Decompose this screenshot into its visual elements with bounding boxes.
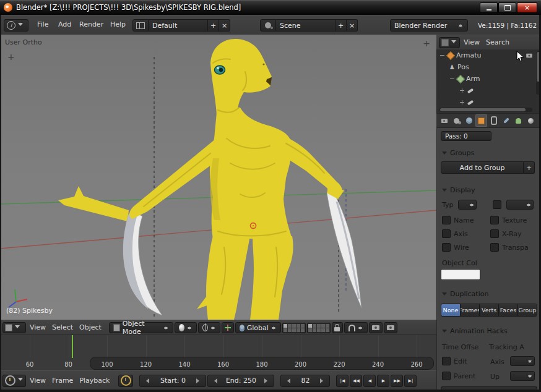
layer-cell[interactable]: [317, 324, 321, 328]
layer-cell[interactable]: [296, 324, 300, 328]
scene-add-button[interactable]: +: [335, 19, 347, 32]
duplication-verts-button[interactable]: Verts: [479, 304, 498, 316]
menu-object[interactable]: Object: [77, 322, 104, 334]
tab-scene[interactable]: [451, 114, 462, 127]
checkbox-row-parent[interactable]: Parent: [442, 372, 475, 380]
name-checkbox[interactable]: [442, 216, 451, 224]
outliner-item-armature-data[interactable]: Arm: [437, 73, 541, 85]
orientation-dropdown[interactable]: Global: [235, 322, 281, 333]
tab-modifiers[interactable]: [500, 114, 512, 127]
menu-view[interactable]: View: [27, 322, 48, 334]
duplication-none-button[interactable]: None: [441, 304, 460, 316]
layer-cell[interactable]: [317, 328, 321, 332]
render-opengl-button[interactable]: [369, 322, 383, 333]
scene-delete-button[interactable]: ×: [347, 19, 358, 32]
frame-start-field[interactable]: Start: 0: [139, 375, 206, 387]
parent-checkbox[interactable]: [442, 372, 451, 380]
tab-material[interactable]: [525, 114, 537, 127]
layer-cell[interactable]: [292, 324, 296, 328]
layer-cell[interactable]: [301, 328, 305, 332]
tab-object-data[interactable]: [513, 114, 524, 127]
outliner-item-bone[interactable]: [437, 96, 541, 108]
checkbox-row-edit[interactable]: Edit: [442, 357, 467, 365]
layer-cell[interactable]: [301, 324, 305, 328]
manipulator-toggle-button[interactable]: [222, 322, 234, 333]
add-to-group-button[interactable]: Add to Group: [441, 161, 524, 174]
layer-cell[interactable]: [321, 324, 325, 328]
menu-select[interactable]: Select: [50, 322, 76, 334]
bounds-checkbox[interactable]: [493, 200, 501, 209]
region-toggle-left[interactable]: +: [7, 52, 15, 62]
duplication-faces-button[interactable]: Faces: [498, 304, 517, 316]
xray-checkbox[interactable]: [490, 229, 499, 238]
frame-end-field[interactable]: End: 250: [207, 375, 274, 387]
viewport-shading-dropdown[interactable]: [175, 322, 197, 333]
menu-help[interactable]: Help: [108, 19, 128, 31]
layer-cell[interactable]: [288, 328, 292, 332]
jump-to-end-button[interactable]: ▶|: [404, 375, 417, 387]
editor-type-info-button[interactable]: i: [4, 19, 28, 32]
render-engine-dropdown[interactable]: Blender Render: [390, 19, 468, 32]
layer-cell[interactable]: [321, 328, 325, 332]
menu-add[interactable]: Add: [56, 19, 74, 31]
layer-cell[interactable]: [313, 328, 316, 332]
texture-checkbox[interactable]: [490, 216, 499, 224]
screen-layout-field[interactable]: Default: [149, 19, 208, 32]
panel-header-groups[interactable]: Groups: [442, 149, 474, 157]
max-draw-type-dropdown[interactable]: [506, 200, 534, 210]
edit-checkbox[interactable]: [442, 357, 451, 365]
editor-type-timeline-button[interactable]: [2, 375, 26, 387]
minimize-button[interactable]: [480, 2, 498, 13]
tab-constraints[interactable]: [488, 114, 500, 127]
layer-cell[interactable]: [296, 328, 300, 332]
layer-cell[interactable]: [308, 324, 312, 328]
layer-cell[interactable]: [283, 328, 287, 332]
screen-layout-delete-button[interactable]: ×: [219, 19, 230, 32]
transparency-checkbox[interactable]: [490, 243, 499, 252]
character-spikesby[interactable]: [58, 39, 361, 320]
scene-browse-button[interactable]: [260, 19, 276, 32]
play-button[interactable]: ▶: [377, 375, 389, 387]
outliner-item-armature[interactable]: Armatu: [437, 49, 541, 61]
outliner-horizontal-scrollbar[interactable]: [439, 108, 532, 112]
draw-type-dropdown[interactable]: [458, 200, 477, 210]
layer-cell[interactable]: [326, 328, 329, 332]
layers-grid[interactable]: [282, 323, 306, 333]
outliner-tree[interactable]: Armatu ♟ Pos Arm: [436, 49, 541, 113]
layer-cell[interactable]: [308, 328, 312, 332]
checkbox-row-transparency[interactable]: Transpa: [490, 243, 529, 252]
prev-frame-button[interactable]: ◀: [363, 375, 376, 387]
axis-dropdown[interactable]: [510, 356, 535, 366]
panel-header-duplication[interactable]: Duplication: [442, 290, 488, 298]
region-toggle-right[interactable]: +: [423, 38, 430, 48]
checkbox-row-axis[interactable]: Axis: [442, 229, 468, 238]
layer-cell[interactable]: [288, 324, 292, 328]
menu-playback[interactable]: Playback: [77, 375, 112, 387]
layer-cell[interactable]: [313, 324, 316, 328]
duplication-frames-button[interactable]: Frames: [460, 304, 479, 316]
editor-type-3dview-button[interactable]: [2, 322, 26, 333]
layers-grid-2[interactable]: [307, 323, 331, 333]
outliner-item-bone[interactable]: [437, 85, 541, 96]
outliner-item-pose[interactable]: ♟ Pos: [437, 61, 541, 73]
wire-checkbox[interactable]: [442, 243, 451, 252]
screen-layout-add-button[interactable]: +: [208, 19, 219, 32]
pass-index-field[interactable]: Pass: 0: [441, 131, 491, 141]
checkbox-row-name[interactable]: Name: [442, 216, 474, 224]
current-frame-field[interactable]: 82: [280, 375, 330, 387]
tab-world[interactable]: [463, 114, 475, 127]
menu-outliner-view[interactable]: View: [461, 36, 482, 49]
axis-checkbox[interactable]: [442, 229, 451, 238]
menu-render[interactable]: Render: [77, 19, 106, 31]
restrict-render-icon[interactable]: [526, 53, 532, 57]
maximize-button[interactable]: [498, 2, 516, 13]
scene-field[interactable]: Scene: [276, 19, 335, 32]
menu-frame[interactable]: Frame: [50, 375, 76, 387]
pivot-center-dropdown[interactable]: [198, 322, 220, 333]
screen-layout-browse-button[interactable]: [132, 19, 149, 32]
close-button[interactable]: ×: [517, 2, 537, 13]
up-axis-dropdown[interactable]: [510, 371, 535, 381]
checkbox-row-xray[interactable]: X-Ray: [490, 229, 522, 238]
jump-to-start-button[interactable]: |◀: [336, 375, 348, 387]
tab-object[interactable]: [475, 114, 487, 127]
